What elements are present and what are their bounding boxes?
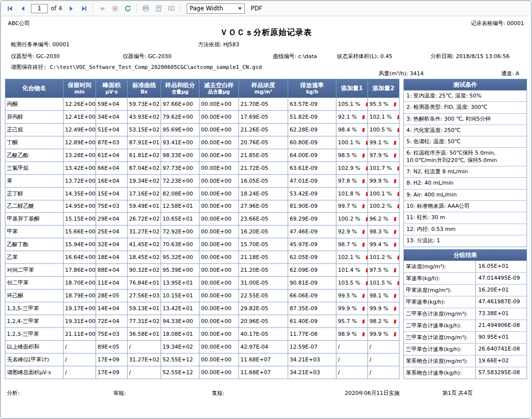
- value-cell: 16.64E+00: [64, 251, 96, 264]
- value-cell: /: [64, 353, 96, 366]
- export-pdf-button[interactable]: PDF: [251, 5, 262, 12]
- value-cell: 102.1 %: [336, 251, 368, 264]
- value-cell: 105.1 %: [336, 98, 368, 111]
- first-page-button[interactable]: [4, 2, 16, 14]
- value-cell: 77.31E+02: [128, 315, 161, 327]
- modified-flag-icon: [363, 128, 365, 132]
- value-cell: 28E+05: [96, 290, 128, 302]
- report-content: 化合物名保留时间min峰面积μV·s标准曲线Bx样品和组分含量μg减去空白样品含…: [1, 79, 531, 379]
- parent-report-button[interactable]: [96, 2, 108, 14]
- compound-name-cell: 甲苯: [5, 226, 64, 238]
- group-result-label: 苯系物合计速率(kg/h):: [404, 367, 475, 379]
- group-results-header: 分组结果: [403, 249, 527, 261]
- value-cell: 21.70E-05: [239, 98, 288, 111]
- group-result-row: 苯系物合计浓度(mg/m³):19.66E+02: [404, 355, 527, 367]
- value-cell: 62.05E-09: [288, 251, 336, 264]
- modified-flag-icon: [363, 204, 365, 208]
- modified-flag-icon: [394, 332, 397, 336]
- previous-page-button[interactable]: [17, 2, 29, 14]
- value-cell: 95.3 %: [368, 98, 399, 111]
- compound-name-cell: 1,2,3-三甲苯: [5, 327, 64, 340]
- value-cell: 88E+04: [96, 264, 128, 277]
- value-cell: 19.31E+00: [64, 315, 96, 327]
- value-cell: 14E+04: [96, 302, 128, 315]
- modified-flag-icon: [366, 102, 368, 106]
- refresh-button[interactable]: [122, 2, 133, 14]
- compound-name-cell: 乙酸丁酯: [5, 238, 64, 251]
- modified-flag-icon: [366, 166, 368, 170]
- table-row: 1,2,3-三甲苯21.11E+0075E+0336.58E+0118.08E+…: [5, 327, 399, 340]
- compound-name-cell: 乙二醇乙醚: [5, 200, 64, 213]
- group-result-label: 甲苯速率(kg/h):: [404, 296, 475, 308]
- value-cell: 00.00E+00: [200, 213, 239, 226]
- value-cell: 95.39E+00: [161, 264, 200, 277]
- page-number-input[interactable]: [31, 4, 48, 13]
- table-row: 苯13.72E+0016E+0419.34E+0272.23E+0000.00E…: [5, 174, 399, 187]
- group-result-label: 苯速率(kg/h):: [404, 273, 475, 284]
- compound-name-cell: 1,3,5-三甲苯: [5, 302, 64, 315]
- value-cell: 51.82E-09: [288, 110, 336, 123]
- value-cell: 59.13E+01: [128, 302, 161, 315]
- group-result-value: 73.38E+01: [475, 308, 527, 320]
- print-layout-button[interactable]: [153, 2, 165, 14]
- stop-rendering-button[interactable]: [109, 2, 121, 14]
- value-cell: 52.55E+12: [161, 353, 200, 366]
- modified-flag-icon: [398, 256, 399, 259]
- value-cell: 47.01E-09: [288, 174, 336, 187]
- column-header: 添加量2: [368, 79, 399, 98]
- value-cell: 53.15E+02: [128, 123, 161, 136]
- test-condition-item: 2: 检测器类型: FID, 温度: 300℃: [404, 102, 527, 113]
- modified-flag-icon: [363, 115, 365, 119]
- value-cell: 12.89E+00: [64, 136, 96, 149]
- modified-flag-icon: [363, 243, 365, 247]
- value-cell: /: [128, 340, 161, 353]
- value-cell: 100.5 %: [368, 123, 399, 136]
- value-cell: 19.34E+02: [161, 340, 200, 353]
- value-cell: 25E+04: [96, 226, 128, 238]
- value-cell: 92.1 %: [336, 110, 368, 123]
- value-cell: 12.59E-07: [288, 340, 336, 353]
- page-setup-button[interactable]: [166, 2, 177, 14]
- table-row: 异丙醇12.41E+0034E+0443.93E+0279.62E+0000.0…: [5, 110, 399, 123]
- curve-number: 曲线编号: c:\data: [273, 53, 317, 60]
- value-cell: 16.05E-05: [239, 174, 288, 187]
- value-cell: 12.41E+00: [64, 110, 96, 123]
- value-cell: 101.8 %: [336, 187, 368, 200]
- group-result-row: 三甲苯合计浓度(mg/m³):90.95E+01: [404, 332, 527, 344]
- value-cell: 101.7 %: [368, 161, 399, 174]
- group-result-row: 二甲苯合计速率(kg/h):21.494906E-08: [404, 320, 527, 332]
- value-cell: 00.00E+00: [200, 200, 239, 213]
- value-cell: 98.7 %: [336, 238, 368, 251]
- compound-name-cell: 环己酮: [5, 290, 64, 302]
- group-result-value: 47.014495E-09: [475, 273, 527, 284]
- value-cell: 87.91E+01: [128, 136, 161, 149]
- test-condition-item: 8: H2: 40 mL/min: [404, 178, 527, 189]
- group-result-label: 苯系物合计浓度(mg/m³):: [404, 355, 475, 367]
- value-cell: 00.00E+00: [200, 136, 239, 149]
- next-page-button[interactable]: [65, 2, 77, 14]
- zoom-select[interactable]: Page Width: [187, 3, 245, 14]
- print-button[interactable]: [140, 2, 152, 14]
- value-cell: 15.66E+00: [64, 226, 96, 238]
- value-cell: /: [368, 353, 399, 366]
- group-result-row: 甲苯浓度(mg/m³):16.20E+01: [404, 285, 527, 296]
- value-cell: 82.08E+00: [161, 187, 200, 200]
- printer-icon: [142, 4, 150, 12]
- table-row: 甲苯15.66E+0025E+0431.27E+0272.92E+0000.00…: [5, 226, 399, 238]
- value-cell: 101.2 %: [368, 251, 399, 264]
- value-cell: 16E+04: [96, 174, 128, 187]
- record-form-number: 记录表格编号: 00001: [471, 20, 524, 27]
- group-result-label: 三甲苯合计速率(kg/h):: [404, 344, 475, 355]
- value-cell: 75E+03: [96, 200, 128, 213]
- value-cell: 102.1 %: [368, 110, 399, 123]
- column-header: 峰面积μV·s: [96, 79, 128, 98]
- last-page-button[interactable]: [78, 2, 90, 14]
- value-cell: 00.00E+00: [200, 277, 239, 290]
- value-cell: 100.1 %: [336, 136, 368, 149]
- value-cell: 99.4 %: [368, 238, 399, 251]
- value-cell: 13.42E+01: [161, 302, 200, 315]
- value-cell: 36.58E+01: [128, 327, 161, 340]
- modified-flag-icon: [363, 294, 365, 298]
- value-cell: 43.93E+02: [128, 110, 161, 123]
- value-cell: 13.42E+00: [64, 161, 96, 174]
